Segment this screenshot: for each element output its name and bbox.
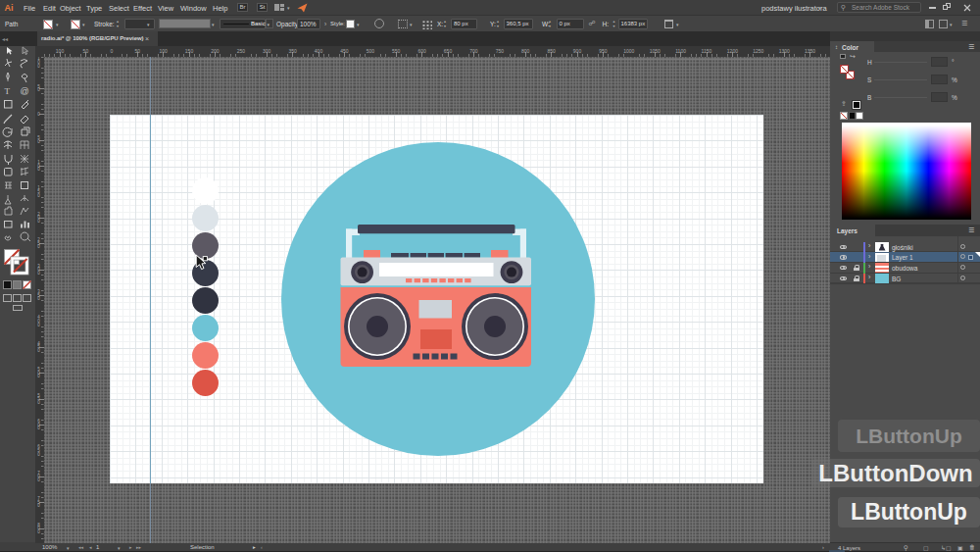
svg-text:T: T: [5, 86, 11, 96]
svg-text:@: @: [21, 86, 29, 96]
